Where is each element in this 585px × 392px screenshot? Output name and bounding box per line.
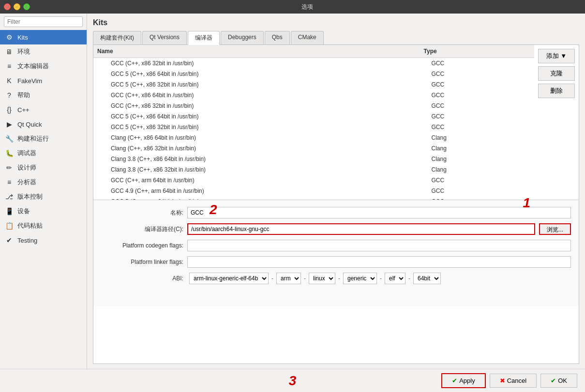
delete-button[interactable]: 删除 <box>538 84 575 98</box>
row-type: Clang <box>428 145 534 152</box>
tab-kit[interactable]: 构建套件(Kit) <box>93 31 141 44</box>
sidebar-item-label: 帮助 <box>17 91 30 100</box>
row-name: GCC 4.9 (C++, arm 64bit in /usr/bin) <box>93 187 428 195</box>
abi-format-select[interactable]: elf <box>385 273 405 284</box>
tab-qtversions[interactable]: Qt Versions <box>142 31 187 44</box>
table-row[interactable]: GCC 5 (C++, arm 64bit in /usr/bin) GCC <box>93 196 534 200</box>
right-buttons: 添加 ▼ 克隆 删除 <box>534 45 579 200</box>
abi-flavor-select[interactable]: generic <box>343 273 377 284</box>
compiler-path-input[interactable] <box>187 223 535 235</box>
analyzer-icon: ≡ <box>5 178 14 187</box>
row-type: GCC <box>428 123 534 131</box>
sidebar-item-analyzer[interactable]: ≡ 分析器 <box>0 175 87 189</box>
table-row[interactable]: Clang 3.8 (C++, x86 32bit in /usr/bin) C… <box>93 164 534 175</box>
cancel-button[interactable]: ✖ Cancel <box>490 374 537 388</box>
abi-arch2-select[interactable]: arm <box>276 273 301 284</box>
row-type: GCC <box>428 59 534 67</box>
platform-codegen-input[interactable] <box>187 240 571 251</box>
table-row[interactable]: Clang (C++, x86 64bit in /usr/bin) Clang <box>93 132 534 143</box>
sidebar-item-texteditor[interactable]: ≡ 文本编辑器 <box>0 59 87 73</box>
table-row[interactable]: GCC (C++, arm 64bit in /usr/bin) GCC <box>93 175 534 186</box>
main-panel: Name Type GCC (C++, x86 32bit in /usr/bi… <box>93 45 579 364</box>
title-bar: ✕ − + 选项 <box>0 0 585 14</box>
sidebar-item-label: FakeVim <box>17 77 42 85</box>
sidebar-item-kits[interactable]: ⚙ Kits <box>0 30 87 44</box>
sidebar-item-label: 构建和运行 <box>17 134 49 143</box>
tab-qbs[interactable]: Qbs <box>265 31 290 44</box>
row-type: GCC <box>428 187 534 195</box>
row-type: Clang <box>428 155 534 163</box>
table-row[interactable]: GCC 5 (C++, x86 32bit in /usr/bin) GCC <box>93 122 534 132</box>
sidebar-item-label: 调试器 <box>17 149 36 158</box>
platform-codegen-label: Platform codegen flags: <box>101 242 183 249</box>
sidebar-item-buildrun[interactable]: 🔧 构建和运行 <box>0 131 87 146</box>
abi-bits-select[interactable]: 64bit <box>413 273 441 284</box>
tabs-bar: 构建套件(Kit) Qt Versions 编译器 Debuggers Qbs … <box>93 31 579 45</box>
name-input[interactable] <box>187 207 571 218</box>
sidebar-item-label: 文本编辑器 <box>17 62 49 71</box>
table-row[interactable]: GCC 5 (C++, x86 32bit in /usr/bin) GCC <box>93 79 534 90</box>
ok-button[interactable]: ✔ OK <box>540 374 577 388</box>
sidebar-item-codepaste[interactable]: 📋 代码粘贴 <box>0 218 87 233</box>
compiler-list[interactable]: GCC (C++, x86 32bit in /usr/bin) GCC GCC… <box>93 58 534 200</box>
row-type: GCC <box>428 176 534 184</box>
sidebar-item-label: Qt Quick <box>17 121 42 128</box>
tab-compilers[interactable]: 编译器 <box>188 31 220 45</box>
texteditor-icon: ≡ <box>5 62 14 71</box>
sidebar-item-qtquick[interactable]: ▶ Qt Quick <box>0 117 87 131</box>
annotation-3: 3 <box>289 373 297 389</box>
clone-button[interactable]: 克隆 <box>538 66 575 81</box>
sidebar-item-env[interactable]: 🖥 环境 <box>0 44 87 59</box>
sidebar-item-debugger[interactable]: 🐛 调试器 <box>0 146 87 160</box>
add-button[interactable]: 添加 ▼ <box>538 49 575 63</box>
table-row[interactable]: GCC 4.9 (C++, arm 64bit in /usr/bin) GCC <box>93 186 534 196</box>
row-name: GCC (C++, x86 32bit in /usr/bin) <box>93 59 428 67</box>
sidebar-item-fakevim[interactable]: K FakeVim <box>0 73 87 88</box>
row-name: GCC 5 (C++, x86 64bit in /usr/bin) <box>93 70 428 78</box>
codepaste-icon: 📋 <box>5 221 14 230</box>
table-row[interactable]: Clang (C++, x86 32bit in /usr/bin) Clang <box>93 143 534 154</box>
platform-linker-input[interactable] <box>187 256 571 268</box>
row-type: GCC <box>428 113 534 120</box>
sidebar-item-devices[interactable]: 📱 设备 <box>0 204 87 218</box>
window: ✕ − + 选项 ⚙ Kits 🖥 环境 ≡ 文本编辑器 K FakeVim <box>0 0 585 392</box>
table-row[interactable]: GCC (C++, x86 32bit in /usr/bin) GCC <box>93 101 534 111</box>
row-name: Clang 3.8 (C++, x86 32bit in /usr/bin) <box>93 166 428 174</box>
sidebar-item-cpp[interactable]: {} C++ <box>0 102 87 117</box>
row-type: Clang <box>428 134 534 142</box>
row-name: Clang (C++, x86 32bit in /usr/bin) <box>93 145 428 152</box>
tab-cmake[interactable]: CMake <box>291 31 324 44</box>
browse-button[interactable]: 浏览... <box>539 223 571 235</box>
page-title: Kits <box>93 18 579 27</box>
table-row[interactable]: GCC 5 (C++, x86 64bit in /usr/bin) GCC <box>93 69 534 79</box>
help-icon: ? <box>5 91 14 100</box>
row-name: GCC 5 (C++, x86 64bit in /usr/bin) <box>93 113 428 120</box>
sidebar-item-testing[interactable]: ✔ Testing <box>0 233 87 247</box>
name-label: 名称: <box>101 209 183 217</box>
window-title: 选项 <box>33 3 581 11</box>
name-row: 名称: <box>101 207 571 218</box>
table-row[interactable]: GCC 5 (C++, x86 64bit in /usr/bin) GCC <box>93 111 534 122</box>
sidebar-item-label: 设计师 <box>17 163 36 172</box>
table-row[interactable]: Clang 3.8 (C++, x86 64bit in /usr/bin) C… <box>93 154 534 164</box>
abi-os-select[interactable]: linux <box>309 273 335 284</box>
sidebar-item-help[interactable]: ? 帮助 <box>0 88 87 102</box>
table-row[interactable]: GCC (C++, x86 32bit in /usr/bin) GCC <box>93 58 534 69</box>
cpp-icon: {} <box>5 105 14 114</box>
content-area: Kits 构建套件(Kit) Qt Versions 编译器 Debuggers… <box>87 14 585 369</box>
env-icon: 🖥 <box>5 47 14 56</box>
maximize-button[interactable]: + <box>23 3 30 10</box>
table-header: Name Type <box>93 45 534 58</box>
platform-linker-row: Platform linker flags: <box>101 256 571 268</box>
filter-input[interactable] <box>4 16 83 27</box>
compiler-list-area: Name Type GCC (C++, x86 32bit in /usr/bi… <box>93 45 534 200</box>
sidebar-item-designer[interactable]: ✏ 设计师 <box>0 160 87 175</box>
close-button[interactable]: ✕ <box>4 3 11 10</box>
platform-linker-label: Platform linker flags: <box>101 259 183 265</box>
table-row[interactable]: GCC (C++, x86 64bit in /usr/bin) GCC <box>93 90 534 101</box>
apply-button[interactable]: ✔ Apply <box>441 373 486 388</box>
tab-debuggers[interactable]: Debuggers <box>221 31 264 44</box>
minimize-button[interactable]: − <box>14 3 20 10</box>
abi-arch-select[interactable]: arm-linux-generic-elf-64b <box>189 273 269 284</box>
sidebar-item-vcs[interactable]: ⎇ 版本控制 <box>0 189 87 204</box>
